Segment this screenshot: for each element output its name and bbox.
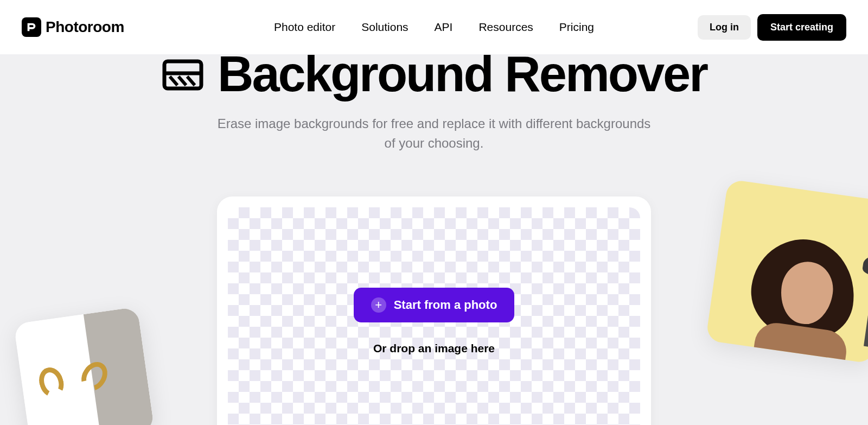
upload-button-label: Start from a photo <box>394 298 497 312</box>
upload-dropzone[interactable]: + Start from a photo Or drop an image he… <box>228 207 640 425</box>
nav-photo-editor[interactable]: Photo editor <box>274 21 335 34</box>
svg-line-3 <box>178 77 186 85</box>
hero-section: Background Remover Erase image backgroun… <box>0 49 868 425</box>
svg-line-2 <box>170 77 177 85</box>
nav-api[interactable]: API <box>435 21 453 34</box>
svg-line-4 <box>187 77 195 85</box>
page-title: Background Remover <box>218 49 707 99</box>
logo-icon <box>22 17 41 37</box>
brand-logo[interactable]: Photoroom <box>22 17 124 37</box>
start-creating-button[interactable]: Start creating <box>757 14 846 41</box>
nav-pricing[interactable]: Pricing <box>559 21 594 34</box>
eraser-icon <box>161 55 205 93</box>
upload-card: + Start from a photo Or drop an image he… <box>217 196 651 425</box>
drop-instruction: Or drop an image here <box>373 342 495 355</box>
brand-name: Photoroom <box>46 18 124 36</box>
main-nav: Photo editor Solutions API Resources Pri… <box>274 21 594 34</box>
login-button[interactable]: Log in <box>698 15 751 40</box>
header-actions: Log in Start creating <box>698 14 846 41</box>
plus-icon: + <box>371 297 386 313</box>
example-image-person <box>706 179 868 364</box>
start-from-photo-button[interactable]: + Start from a photo <box>354 288 515 322</box>
nav-solutions[interactable]: Solutions <box>361 21 408 34</box>
site-header: Photoroom Photo editor Solutions API Res… <box>0 0 868 54</box>
nav-resources[interactable]: Resources <box>478 21 533 34</box>
page-subtitle: Erase image backgrounds for free and rep… <box>217 114 651 153</box>
example-image-earrings <box>14 307 155 425</box>
hero-title-row: Background Remover <box>0 49 868 99</box>
